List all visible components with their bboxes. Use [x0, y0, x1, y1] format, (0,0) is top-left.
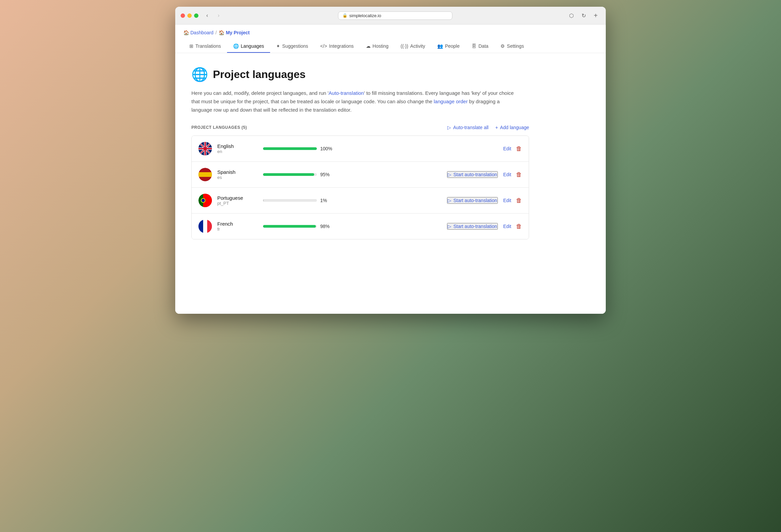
svg-rect-11: [198, 172, 212, 177]
tab-hosting[interactable]: ☁ Hosting: [360, 40, 395, 53]
tab-suggestions-label: Suggestions: [282, 43, 308, 49]
traffic-lights: [181, 13, 198, 18]
progress-fill-en: [263, 147, 317, 150]
row-actions-fr: Edit 🗑: [503, 223, 522, 230]
people-icon: 👥: [437, 43, 443, 49]
progress-fill-es: [263, 173, 314, 176]
tab-data-label: Data: [478, 43, 488, 49]
tab-people-label: People: [445, 43, 460, 49]
tab-suggestions[interactable]: ✦ Suggestions: [270, 40, 314, 53]
tab-people[interactable]: 👥 People: [431, 40, 466, 53]
page-title: Project languages: [213, 68, 306, 81]
progress-fill-pt: [263, 199, 264, 202]
refresh-button[interactable]: ↻: [579, 11, 588, 20]
maximize-button[interactable]: [194, 13, 198, 18]
row-actions-pt: Edit 🗑: [503, 197, 522, 204]
delete-button-pt[interactable]: 🗑: [516, 197, 522, 204]
progress-area-en: 100%: [263, 146, 498, 151]
tab-languages[interactable]: 🌐 Languages: [227, 40, 270, 53]
tab-settings-label: Settings: [507, 43, 524, 49]
main-content: 🌐 Project languages Here you can add, mo…: [175, 53, 545, 253]
start-auto-translation-es[interactable]: ▷ Start auto-translation: [447, 171, 498, 178]
svg-point-16: [201, 199, 205, 202]
browser-chrome: ‹ › 🔒 simplelocalize.io ⬡ ↻ +: [175, 7, 606, 25]
minimize-button[interactable]: [187, 13, 192, 18]
back-button[interactable]: ‹: [202, 11, 212, 20]
tab-activity[interactable]: ((·)) Activity: [395, 40, 431, 53]
start-auto-translation-pt[interactable]: ▷ Start auto-translation: [447, 197, 498, 204]
language-name-es: Spanish: [217, 169, 258, 175]
flag-fr: [198, 220, 212, 233]
auto-translate-label-es: Start auto-translation: [453, 172, 497, 177]
language-code-fr: fr: [217, 227, 258, 232]
edit-button-en[interactable]: Edit: [503, 146, 511, 151]
tab-integrations-label: Integrations: [329, 43, 354, 49]
project-emoji: 🏠: [219, 30, 224, 35]
edit-button-es[interactable]: Edit: [503, 172, 511, 177]
language-info-fr: French fr: [217, 221, 258, 232]
tab-settings[interactable]: ⚙ Settings: [494, 40, 530, 53]
flag-uk: [198, 142, 212, 155]
settings-icon: ⚙: [500, 43, 505, 49]
section-actions: ▷ Auto-translate all + Add language: [447, 125, 529, 130]
delete-button-es[interactable]: 🗑: [516, 171, 522, 178]
language-name-pt: Portuguese: [217, 195, 258, 201]
close-button[interactable]: [181, 13, 185, 18]
plus-icon: +: [495, 125, 498, 130]
add-language-button[interactable]: + Add language: [495, 125, 529, 130]
language-code-es: es: [217, 175, 258, 180]
language-row: Portuguese pt_PT 1% ▷ Start auto-transla…: [192, 188, 529, 214]
play-icon-fr: ▷: [448, 224, 451, 229]
language-code-pt: pt_PT: [217, 201, 258, 206]
translations-icon: ⊞: [189, 43, 193, 49]
section-title: PROJECT LANGUAGES (5): [191, 125, 247, 130]
home-icon: 🏠: [183, 30, 189, 35]
edit-button-fr[interactable]: Edit: [503, 224, 511, 229]
progress-area-es: 95%: [263, 172, 435, 177]
start-auto-translation-fr[interactable]: ▷ Start auto-translation: [447, 223, 498, 230]
row-actions-es: Edit 🗑: [503, 171, 522, 178]
auto-translate-all-label: Auto-translate all: [453, 125, 488, 130]
tab-activity-label: Activity: [410, 43, 425, 49]
suggestions-icon: ✦: [276, 43, 280, 49]
url-bar[interactable]: 🔒 simplelocalize.io: [338, 11, 452, 20]
svg-rect-19: [207, 220, 212, 233]
progress-track-pt: [263, 199, 317, 202]
delete-button-fr[interactable]: 🗑: [516, 223, 522, 230]
progress-track-en: [263, 147, 317, 150]
play-icon: ▷: [447, 125, 451, 130]
url-text: simplelocalize.io: [349, 13, 381, 18]
auto-translate-all-button[interactable]: ▷ Auto-translate all: [447, 125, 488, 130]
add-language-label: Add language: [500, 125, 529, 130]
tab-languages-label: Languages: [241, 43, 264, 49]
breadcrumb-separator: /: [216, 30, 217, 35]
browser-window: ‹ › 🔒 simplelocalize.io ⬡ ↻ + 🏠 Dashboar…: [175, 7, 606, 314]
delete-button-en[interactable]: 🗑: [516, 145, 522, 152]
forward-button[interactable]: ›: [214, 11, 223, 20]
auto-translation-link[interactable]: Auto-translation: [329, 90, 364, 96]
language-info-en: English en: [217, 143, 258, 154]
page-header: 🌐 Project languages: [191, 67, 529, 82]
progress-pct-pt: 1%: [320, 198, 332, 203]
nav-buttons: ‹ ›: [202, 11, 223, 20]
share-button[interactable]: ⬡: [567, 11, 576, 20]
breadcrumb: 🏠 Dashboard / 🏠 My Project: [183, 30, 598, 35]
language-order-link[interactable]: language order: [434, 99, 468, 104]
languages-section: PROJECT LANGUAGES (5) ▷ Auto-translate a…: [191, 125, 529, 239]
language-info-es: Spanish es: [217, 169, 258, 180]
data-icon: 🗄: [472, 43, 476, 49]
tab-data[interactable]: 🗄 Data: [466, 40, 494, 53]
languages-icon: 🌐: [233, 43, 239, 49]
tab-translations[interactable]: ⊞ Translations: [183, 40, 227, 53]
language-list: English en 100% Edit 🗑: [191, 136, 529, 239]
progress-track-es: [263, 173, 317, 176]
top-bar: 🏠 Dashboard / 🏠 My Project ⊞ Translation…: [175, 25, 606, 53]
language-name-fr: French: [217, 221, 258, 227]
play-icon-pt: ▷: [448, 198, 451, 203]
new-tab-button[interactable]: +: [591, 11, 600, 20]
tab-integrations[interactable]: </> Integrations: [314, 40, 360, 53]
edit-button-pt[interactable]: Edit: [503, 198, 511, 203]
language-name-en: English: [217, 143, 258, 149]
breadcrumb-home-link[interactable]: 🏠 Dashboard: [183, 30, 214, 35]
tab-hosting-label: Hosting: [373, 43, 388, 49]
